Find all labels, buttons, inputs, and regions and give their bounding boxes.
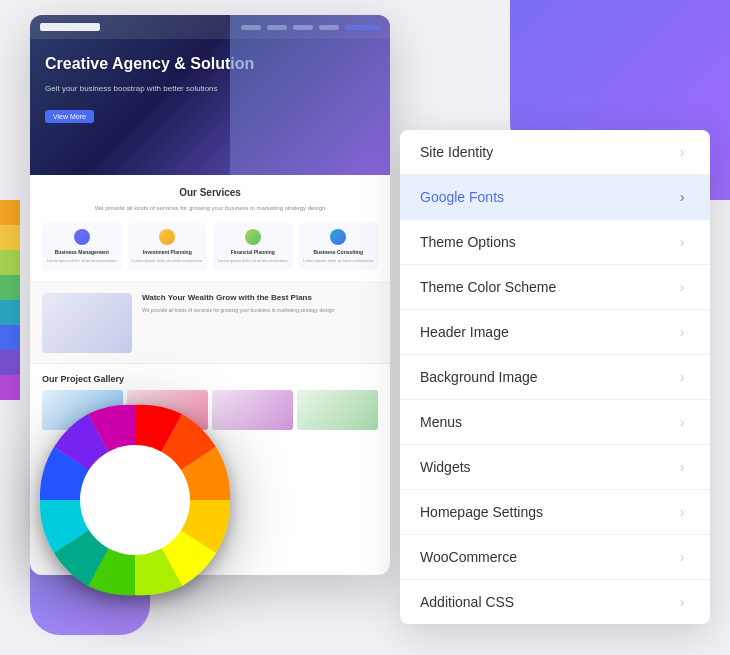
chevron-right-icon: ›: [674, 324, 690, 340]
customizer-item-background-image[interactable]: Background Image ›: [400, 355, 710, 400]
preview-card-icon: [74, 229, 90, 245]
customizer-label-google-fonts: Google Fonts: [420, 189, 674, 205]
preview-card-icon: [330, 229, 346, 245]
preview-hero-subtitle: Gelt your business boostrap with better …: [45, 83, 375, 95]
chevron-right-icon: ›: [674, 189, 690, 205]
customizer-item-woocommerce[interactable]: WooCommerce ›: [400, 535, 710, 580]
preview-mid-content: Watch Your Wealth Grow with the Best Pla…: [142, 293, 378, 353]
preview-card-icon: [159, 229, 175, 245]
preview-card-text: Lorem ipsum dolor sit amet consectetur: [217, 258, 289, 264]
chevron-right-icon: ›: [674, 414, 690, 430]
preview-card-text: Lorem ipsum dolor sit amet consectetur: [46, 258, 118, 264]
chevron-right-icon: ›: [674, 369, 690, 385]
preview-cards: Business Management Lorem ipsum dolor si…: [42, 223, 378, 270]
svg-point-0: [80, 445, 190, 555]
preview-hero: Creative Agency & Solution Gelt your bus…: [30, 15, 390, 175]
customizer-label-background-image: Background Image: [420, 369, 674, 385]
preview-card-title: Investment Planning: [132, 249, 204, 255]
preview-card-text: Lorem ipsum dolor sit amet consectetur: [303, 258, 375, 264]
chevron-right-icon: ›: [674, 459, 690, 475]
customizer-item-widgets[interactable]: Widgets ›: [400, 445, 710, 490]
customizer-label-site-identity: Site Identity: [420, 144, 674, 160]
customizer-panel: Site Identity › Google Fonts › Theme Opt…: [400, 130, 710, 624]
preview-hero-image: [230, 15, 390, 175]
preview-card: Investment Planning Lorem ipsum dolor si…: [128, 223, 208, 270]
chevron-right-icon: ›: [674, 279, 690, 295]
preview-card-title: Business Consulting: [303, 249, 375, 255]
preview-services-title: Our Services: [42, 187, 378, 198]
preview-hero-button[interactable]: View More: [45, 110, 94, 123]
preview-mid-image: [42, 293, 132, 353]
preview-mid-text: We provide all kinds of services for gro…: [142, 307, 378, 315]
customizer-label-additional-css: Additional CSS: [420, 594, 674, 610]
customizer-item-menus[interactable]: Menus ›: [400, 400, 710, 445]
chevron-right-icon: ›: [674, 234, 690, 250]
preview-logo: [40, 23, 100, 31]
customizer-item-additional-css[interactable]: Additional CSS ›: [400, 580, 710, 624]
chevron-right-icon: ›: [674, 144, 690, 160]
preview-card-text: Lorem ipsum dolor sit amet consectetur: [132, 258, 204, 264]
chevron-right-icon: ›: [674, 594, 690, 610]
preview-services-desc: We provide all kinds of services for gro…: [42, 204, 378, 213]
customizer-label-widgets: Widgets: [420, 459, 674, 475]
preview-gallery-item: [297, 390, 378, 430]
customizer-label-woocommerce: WooCommerce: [420, 549, 674, 565]
customizer-item-theme-options[interactable]: Theme Options ›: [400, 220, 710, 265]
chevron-right-icon: ›: [674, 549, 690, 565]
preview-mid-title: Watch Your Wealth Grow with the Best Pla…: [142, 293, 378, 303]
customizer-label-menus: Menus: [420, 414, 674, 430]
preview-card-icon: [245, 229, 261, 245]
customizer-label-header-image: Header Image: [420, 324, 674, 340]
preview-card: Business Management Lorem ipsum dolor si…: [42, 223, 122, 270]
color-stripe-left: [0, 200, 20, 400]
preview-mid-section: Watch Your Wealth Grow with the Best Pla…: [30, 282, 390, 363]
preview-gallery-title: Our Project Gallery: [42, 374, 378, 384]
preview-card: Business Consulting Lorem ipsum dolor si…: [299, 223, 379, 270]
customizer-label-theme-options: Theme Options: [420, 234, 674, 250]
chevron-right-icon: ›: [674, 504, 690, 520]
customizer-label-theme-color-scheme: Theme Color Scheme: [420, 279, 674, 295]
customizer-label-homepage-settings: Homepage Settings: [420, 504, 674, 520]
preview-card: Financial Planning Lorem ipsum dolor sit…: [213, 223, 293, 270]
customizer-item-theme-color-scheme[interactable]: Theme Color Scheme ›: [400, 265, 710, 310]
preview-card-title: Financial Planning: [217, 249, 289, 255]
customizer-item-header-image[interactable]: Header Image ›: [400, 310, 710, 355]
color-wheel: [20, 385, 250, 615]
preview-card-title: Business Management: [46, 249, 118, 255]
preview-services: Our Services We provide all kinds of ser…: [30, 175, 390, 282]
customizer-item-google-fonts[interactable]: Google Fonts ›: [400, 175, 710, 220]
customizer-item-homepage-settings[interactable]: Homepage Settings ›: [400, 490, 710, 535]
customizer-item-site-identity[interactable]: Site Identity ›: [400, 130, 710, 175]
